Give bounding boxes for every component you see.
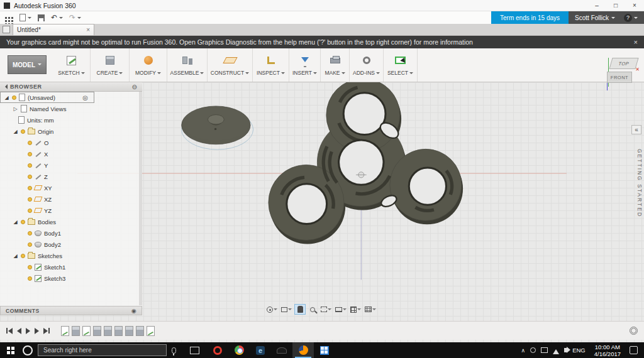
expand-arrow-icon[interactable]: ◢: [13, 129, 18, 134]
grid-settings-button[interactable]: [349, 304, 362, 315]
tree-item-label[interactable]: Named Views: [30, 106, 66, 112]
visibility-bulb-icon[interactable]: [28, 175, 32, 179]
document-tab[interactable]: Untitled* ×: [13, 24, 94, 35]
getting-started-tab[interactable]: GETTING STARTED: [636, 149, 643, 217]
expand-arrow-icon[interactable]: ◢: [4, 95, 9, 100]
visibility-bulb-icon[interactable]: [28, 209, 32, 213]
tree-item-label[interactable]: Units: mm: [27, 117, 54, 124]
viewcube-top-face[interactable]: TOP: [609, 58, 638, 69]
tree-item-label[interactable]: Body2: [44, 241, 61, 248]
visibility-bulb-icon[interactable]: [21, 254, 25, 258]
visibility-bulb-icon[interactable]: [28, 152, 32, 156]
expand-arrow-icon[interactable]: ▷: [13, 106, 18, 112]
app-grid-icon[interactable]: [5, 17, 7, 19]
spinner-hole-left[interactable]: [287, 184, 327, 224]
visibility-bulb-icon[interactable]: [28, 231, 32, 236]
menu-inspect[interactable]: INSPECT: [253, 48, 289, 82]
timeline-extrude-feature[interactable]: [125, 326, 133, 336]
go-to-end-button[interactable]: [43, 328, 50, 334]
tree-item-body1[interactable]: Body1: [0, 227, 142, 239]
collapse-panel-icon[interactable]: [3, 84, 8, 89]
tree-item-label[interactable]: XZ: [44, 196, 52, 203]
minimize-panel-icon[interactable]: ⊖: [132, 84, 142, 90]
menu-add-ins[interactable]: ADD-INS: [350, 48, 384, 82]
taskbar-app-edge[interactable]: e: [250, 342, 271, 358]
tree-item-label[interactable]: YZ: [44, 207, 52, 214]
tree-item-yz-plane[interactable]: YZ: [0, 205, 142, 216]
notification-center-icon[interactable]: [630, 346, 638, 354]
tree-item-body2[interactable]: Body2: [0, 239, 142, 250]
taskbar-app-firefox[interactable]: [292, 342, 314, 358]
maximize-button[interactable]: □: [606, 0, 625, 11]
tree-item-label[interactable]: Y: [44, 162, 48, 169]
timeline-extrude-feature[interactable]: [136, 326, 144, 336]
task-view-icon[interactable]: [190, 347, 199, 354]
tree-item-bodies[interactable]: ◢ Bodies: [0, 216, 142, 227]
expand-panel-button[interactable]: «: [631, 125, 641, 134]
cortana-icon[interactable]: [23, 345, 33, 355]
menu-create[interactable]: CREATE: [91, 48, 130, 82]
zoom-button[interactable]: [307, 304, 318, 315]
comments-target-icon[interactable]: ◉: [131, 308, 142, 314]
expand-arrow-icon[interactable]: ◢: [13, 253, 18, 259]
tree-item-label[interactable]: Z: [44, 173, 48, 180]
help-button[interactable]: ?: [621, 11, 644, 24]
hidden-icons-caret[interactable]: ∧: [521, 347, 526, 354]
tree-item-y-axis[interactable]: Y: [0, 160, 142, 171]
menu-select[interactable]: SELECT: [384, 48, 418, 82]
tab-close-icon[interactable]: ×: [86, 26, 90, 33]
network-icon[interactable]: [553, 346, 559, 354]
close-button[interactable]: ×: [625, 0, 644, 11]
menu-make[interactable]: MAKE: [321, 48, 350, 82]
tree-item-z-axis[interactable]: Z: [0, 171, 142, 182]
viewcube-front-face[interactable]: FRONT: [607, 72, 632, 83]
minimize-button[interactable]: –: [587, 0, 606, 11]
taskbar-app-chrome[interactable]: [228, 342, 250, 358]
visibility-bulb-icon[interactable]: [28, 163, 32, 168]
user-account-button[interactable]: Scott Follick: [569, 11, 621, 24]
tree-item-label[interactable]: Bodies: [38, 219, 56, 225]
tree-item-label[interactable]: Sketch1: [44, 264, 65, 271]
timeline-sketch-feature[interactable]: [82, 326, 91, 336]
timeline-extrude-feature[interactable]: [104, 326, 112, 336]
tree-item-label[interactable]: (Unsaved): [28, 94, 55, 101]
visibility-bulb-icon[interactable]: [28, 197, 32, 202]
cap-part-model[interactable]: [182, 106, 253, 149]
language-indicator[interactable]: ENG: [572, 347, 586, 354]
tree-item-label[interactable]: O: [44, 139, 48, 146]
tree-item-sketch3[interactable]: Sketch3: [0, 273, 142, 284]
tree-item-xy-plane[interactable]: XY: [0, 182, 142, 193]
tree-item-label[interactable]: Sketches: [38, 252, 62, 259]
taskbar-clock[interactable]: 10:00 AM 4/16/2017: [591, 344, 625, 357]
taskbar-app-dark[interactable]: [271, 342, 292, 358]
tree-item-label[interactable]: X: [44, 151, 48, 158]
undo-button[interactable]: ↶: [51, 14, 63, 21]
fidget-spinner-model[interactable]: [269, 82, 463, 244]
warning-close-icon[interactable]: ×: [628, 38, 644, 46]
orbit-button[interactable]: [265, 304, 279, 315]
menu-assemble[interactable]: ASSEMBLE: [167, 48, 208, 82]
step-forward-button[interactable]: [35, 328, 39, 334]
timeline-extrude-feature[interactable]: [72, 326, 80, 336]
step-back-button[interactable]: [17, 328, 21, 334]
display-settings-button[interactable]: [334, 304, 348, 315]
visibility-bulb-icon[interactable]: [28, 242, 32, 247]
visibility-bulb-icon[interactable]: [12, 95, 16, 100]
comments-bar[interactable]: COMMENTS ◉: [0, 306, 142, 315]
viewports-button[interactable]: [364, 304, 377, 315]
start-button[interactable]: [0, 342, 21, 358]
timeline-extrude-feature[interactable]: [114, 326, 123, 336]
tree-item-xz-plane[interactable]: XZ: [0, 193, 142, 205]
timeline-sketch-feature[interactable]: [147, 326, 155, 336]
visibility-bulb-icon[interactable]: [21, 129, 25, 134]
menu-construct[interactable]: CONSTRUCT: [208, 48, 253, 82]
tree-item-sketches[interactable]: ◢ Sketches: [0, 250, 142, 261]
browser-scrollbar[interactable]: [139, 92, 142, 305]
taskbar-search-input[interactable]: [38, 344, 167, 356]
tree-item-units[interactable]: Units: mm: [0, 114, 142, 126]
taskbar-app-store[interactable]: [314, 342, 335, 358]
workspace-selector[interactable]: MODEL: [8, 55, 47, 74]
taskbar-app-opera[interactable]: [207, 342, 228, 358]
tree-item-sketch1[interactable]: Sketch1: [0, 261, 142, 273]
play-button[interactable]: [26, 328, 30, 334]
